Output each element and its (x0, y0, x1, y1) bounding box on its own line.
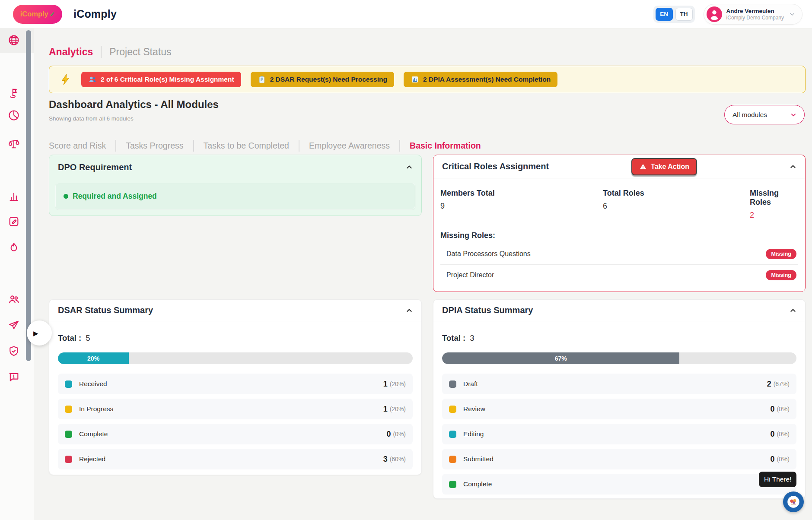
missing-badge: Missing (766, 270, 796, 280)
user-text: Andre Vermeulen iComply Demo Company (726, 8, 784, 21)
status-percent: (20%) (390, 406, 406, 412)
sidebar-item[interactable] (7, 318, 21, 332)
sidebar: ▶ (0, 29, 34, 520)
tab-bar: Score and Risk Tasks Progress Tasks to b… (49, 138, 490, 153)
bar-chart-icon (8, 190, 20, 203)
stat-value: 2 (750, 211, 798, 220)
card-title: DSAR Status Summary (58, 305, 153, 315)
dpo-status: Required and Assigned (55, 183, 415, 209)
sidebar-item[interactable] (7, 86, 21, 100)
total-line: Total : 5 (58, 333, 413, 343)
card-title: DPO Requirement (58, 162, 132, 172)
shield-check-icon (8, 345, 20, 357)
sidebar-expand-button[interactable]: ▶ (27, 320, 52, 346)
app-logo[interactable]: iComply ✓ (13, 5, 62, 24)
lang-th-button[interactable]: TH (675, 8, 693, 21)
status-row: Complete (442, 474, 796, 495)
tab-label: Score and Risk (49, 141, 106, 150)
flame-icon (8, 241, 20, 254)
status-count: 0 (386, 430, 391, 439)
feedback-icon (8, 371, 20, 383)
notebook-edit-icon (8, 216, 20, 228)
critical-roles-stats: Members Total 9 Total Roles 6 Missing Ro… (433, 178, 805, 220)
alert-badges: 2 of 6 Critical Role(s) Missing Assignme… (81, 72, 557, 87)
status-count: 0 (770, 405, 774, 414)
missing-role-row: Data Processors Questions Missing (440, 244, 798, 265)
status-percent: (0%) (777, 431, 790, 438)
sidebar-item[interactable] (7, 108, 21, 122)
status-chip-icon (65, 431, 72, 438)
user-menu[interactable]: Andre Vermeulen iComply Demo Company (704, 4, 802, 25)
chat-mascot-icon (787, 495, 800, 508)
module-select[interactable]: All modules (724, 105, 805, 124)
people-badge-icon (88, 75, 97, 84)
sidebar-item[interactable] (7, 370, 21, 384)
status-chip-icon (449, 380, 456, 388)
module-select-value: All modules (732, 111, 767, 119)
chat-fab-button[interactable] (783, 491, 804, 512)
stat: Total Roles 6 (603, 189, 750, 220)
sidebar-item[interactable] (7, 241, 21, 254)
lang-en-button[interactable]: EN (656, 8, 673, 21)
alert-badge-label: 2 DSAR Request(s) Need Processing (270, 76, 387, 83)
status-row: Rejected 3 (60%) (58, 449, 413, 469)
collapse-chevron-icon[interactable] (405, 163, 414, 171)
dpia-status-card: DPIA Status Summary Total : 3 67% Draft … (433, 299, 806, 499)
sidebar-item[interactable] (7, 344, 21, 358)
sidebar-scrollbar[interactable] (26, 30, 31, 361)
status-label: Review (463, 405, 485, 413)
user-name: Andre Vermeulen (726, 8, 784, 14)
collapse-chevron-icon[interactable] (789, 306, 797, 315)
collapse-chevron-icon[interactable] (789, 162, 797, 171)
missing-roles-heading: Missing Roles: (440, 231, 805, 240)
status-label: Complete (463, 480, 492, 488)
status-percent: (0%) (393, 431, 406, 438)
sidebar-item[interactable] (7, 33, 21, 47)
tab[interactable]: Score and Risk (49, 140, 115, 152)
page-subtitle: Showing data from all 6 modules (49, 115, 134, 122)
status-label: Complete (79, 430, 108, 438)
total-value: 5 (86, 333, 90, 343)
alert-badge[interactable]: 2 of 6 Critical Role(s) Missing Assignme… (81, 72, 241, 87)
status-legend: Draft 2 (67%) Review 0 (0%) Editing 0 (0… (442, 374, 796, 495)
logo-text: iComply (20, 10, 48, 18)
card-header: DPO Requirement (49, 155, 421, 179)
language-switcher: EN TH (653, 6, 695, 23)
sidebar-item[interactable] (7, 215, 21, 228)
collapse-chevron-icon[interactable] (405, 306, 414, 315)
status-label: Rejected (79, 455, 105, 463)
tab[interactable]: Tasks to be Completed (193, 140, 299, 152)
status-label: Draft (463, 380, 478, 388)
sidebar-item[interactable] (7, 190, 21, 203)
status-row: Editing 0 (0%) (442, 424, 796, 444)
sidebar-item[interactable] (7, 137, 21, 151)
total-label: Total : (442, 333, 465, 343)
status-row: Draft 2 (67%) (442, 374, 796, 394)
status-count: 1 (383, 380, 388, 389)
status-row: Review 0 (0%) (442, 399, 796, 419)
stat-value: 9 (440, 202, 603, 211)
progress-track: 67% (442, 352, 796, 364)
sidebar-item[interactable] (7, 292, 21, 306)
app-header: iComply ✓ iComply EN TH Andre Vermeulen … (0, 0, 812, 29)
status-label: In Progress (79, 405, 113, 413)
alert-badge[interactable]: 2 DSAR Request(s) Need Processing (251, 72, 394, 87)
alert-badge-label: 2 of 6 Critical Role(s) Missing Assignme… (101, 76, 234, 83)
header-right: EN TH Andre Vermeulen iComply Demo Compa… (653, 4, 802, 25)
tab[interactable]: Tasks Progress (115, 140, 193, 152)
breadcrumb-current[interactable]: Analytics (49, 46, 93, 58)
status-chip-icon (449, 481, 456, 488)
tab[interactable]: Employee Awareness (299, 140, 399, 152)
status-chip-icon (449, 406, 456, 413)
progress-label: 20% (87, 355, 99, 362)
stat-label: Members Total (440, 189, 603, 198)
card-header: DSAR Status Summary (49, 300, 421, 321)
missing-roles-list: Data Processors Questions Missing Projec… (440, 244, 798, 285)
breadcrumb: Analytics Project Status (49, 44, 171, 60)
card-body: Total : 3 67% Draft 2 (67%) Review (433, 321, 805, 495)
take-action-button[interactable]: Take Action (631, 158, 697, 175)
tab[interactable]: Basic Information (399, 140, 490, 152)
breadcrumb-secondary[interactable]: Project Status (109, 46, 171, 58)
alert-badge[interactable]: 2 DPIA Assessment(s) Need Completion (404, 72, 557, 87)
chat-tooltip: Hi There! (759, 472, 796, 487)
